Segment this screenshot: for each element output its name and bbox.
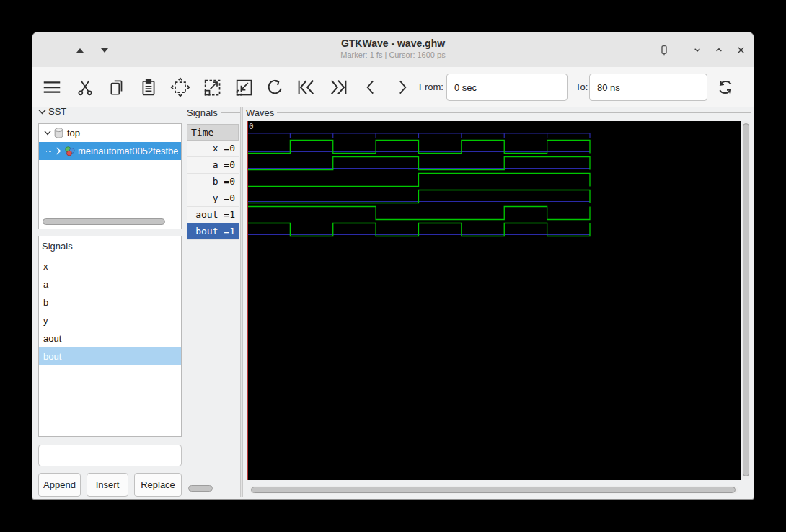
insert-button[interactable]: Insert	[87, 473, 128, 497]
zoom-out-button[interactable]	[233, 76, 255, 98]
list-item-selected[interactable]: bout	[39, 347, 181, 365]
maximize-button[interactable]	[712, 43, 726, 57]
chevron-right-icon	[393, 77, 412, 97]
signal-value-row[interactable]: aout =1	[187, 207, 239, 223]
wave-trace-x	[247, 141, 590, 154]
waves-vscroll-track[interactable]	[742, 121, 750, 480]
shift-left-button[interactable]	[360, 76, 381, 98]
chevron-left-icon	[361, 77, 380, 97]
frame-line	[221, 112, 240, 113]
copy-icon	[107, 78, 126, 97]
to-input[interactable]	[589, 74, 707, 101]
tree-node-label: meinautomat0052testbe	[78, 146, 178, 156]
list-item[interactable]: a	[39, 275, 181, 293]
from-label: From:	[419, 67, 443, 107]
expander-down-icon[interactable]	[38, 109, 46, 115]
title-area: GTKWave - wave.ghw Marker: 1 fs | Cursor…	[32, 37, 754, 61]
pin-window-icon	[658, 43, 671, 56]
frame-line	[277, 112, 751, 113]
undo-icon	[265, 77, 285, 97]
list-item[interactable]: x	[39, 257, 181, 275]
replace-button[interactable]: Replace	[134, 473, 182, 497]
waves-vertical-scrollbar[interactable]	[743, 123, 749, 476]
wave-trace-a	[247, 157, 590, 170]
waves-horizontal-scrollbar[interactable]	[251, 487, 736, 493]
keep-above-button[interactable]	[657, 43, 671, 57]
toolbar: From: To:	[32, 67, 754, 107]
signal-search-panel[interactable]: Signals x a b y aout bout	[38, 236, 182, 437]
tree-row-testbench[interactable]: meinautomat0052testbe	[39, 142, 181, 160]
to-label: To:	[575, 67, 588, 107]
go-to-start-button[interactable]	[296, 76, 317, 98]
instance-icon	[64, 146, 75, 156]
signal-value-row[interactable]: b =0	[187, 174, 239, 190]
minimize-button[interactable]	[690, 43, 705, 57]
list-item[interactable]: b	[39, 293, 181, 311]
zoom-out-icon	[234, 77, 254, 97]
signal-value-row[interactable]: a =0	[187, 157, 239, 174]
list-item[interactable]: aout	[39, 329, 181, 347]
wave-trace-y	[247, 190, 590, 203]
signal-list-header: Signals	[39, 236, 181, 257]
sst-tree-panel[interactable]: top meinautomat0052testbe	[38, 123, 182, 229]
time-header[interactable]: Time	[187, 124, 239, 141]
wave-trace-aout	[247, 207, 590, 220]
reload-icon	[715, 77, 736, 97]
expander-down-icon[interactable]	[44, 130, 51, 136]
window-title: GTKWave - wave.ghw	[32, 37, 754, 50]
zoom-fit-button[interactable]	[169, 76, 191, 98]
menu-icon	[41, 78, 63, 97]
desktop-background: GTKWave - wave.ghw Marker: 1 fs | Cursor…	[0, 0, 786, 532]
signals-frame-label: Signals	[187, 107, 240, 118]
close-icon	[736, 45, 746, 56]
waveform-plot[interactable]	[247, 121, 741, 480]
paste-icon	[139, 78, 158, 97]
list-item[interactable]: y	[39, 311, 181, 329]
signal-value-row-selected[interactable]: bout =1	[187, 223, 239, 240]
cut-icon	[76, 78, 94, 97]
tree-node-label: top	[67, 128, 80, 138]
sst-frame-label: SST	[38, 106, 81, 117]
waves-hscroll-track[interactable]	[250, 486, 738, 494]
timeline-origin-label: 0	[249, 122, 254, 131]
go-to-end-button[interactable]	[327, 76, 349, 98]
zoom-fit-icon	[170, 77, 190, 97]
zoom-in-button[interactable]	[201, 76, 223, 98]
shift-right-button[interactable]	[392, 76, 413, 98]
tree-connector	[45, 144, 51, 152]
close-button[interactable]	[733, 43, 748, 57]
pane-splitter[interactable]	[240, 107, 243, 497]
expander-right-icon[interactable]	[56, 147, 61, 155]
search-input[interactable]	[47, 450, 177, 462]
module-icon	[54, 128, 63, 138]
signal-search-box[interactable]	[38, 445, 182, 466]
waves-frame-label: Waves	[246, 107, 751, 118]
gtkwave-window: GTKWave - wave.ghw Marker: 1 fs | Cursor…	[32, 32, 754, 500]
tree-horizontal-scrollbar[interactable]	[43, 218, 165, 225]
wave-trace-b	[247, 174, 590, 187]
signals-horizontal-scrollbar[interactable]	[188, 485, 213, 492]
zoom-in-icon	[202, 77, 222, 97]
reload-button[interactable]	[715, 76, 736, 98]
chevron-down-icon	[692, 44, 703, 56]
signal-value-row[interactable]: y =0	[187, 190, 239, 207]
append-button[interactable]: Append	[38, 473, 81, 497]
window-subtitle: Marker: 1 fs | Cursor: 1600 ps	[32, 50, 754, 61]
wave-canvas[interactable]: 0	[247, 121, 741, 480]
undo-button[interactable]	[264, 76, 286, 98]
skip-to-end-icon	[327, 77, 349, 97]
copy-button[interactable]	[106, 76, 128, 98]
menu-button[interactable]	[41, 76, 63, 98]
titlebar[interactable]: GTKWave - wave.ghw Marker: 1 fs | Cursor…	[32, 32, 754, 68]
paste-button[interactable]	[138, 76, 159, 98]
signal-value-row[interactable]: x =0	[187, 141, 239, 157]
chevron-up-icon	[713, 44, 725, 56]
cut-button[interactable]	[74, 76, 96, 98]
tree-row-top[interactable]: top	[39, 124, 181, 142]
from-input[interactable]	[446, 74, 568, 101]
wave-trace-bout	[247, 223, 590, 236]
skip-to-start-icon	[296, 77, 317, 97]
